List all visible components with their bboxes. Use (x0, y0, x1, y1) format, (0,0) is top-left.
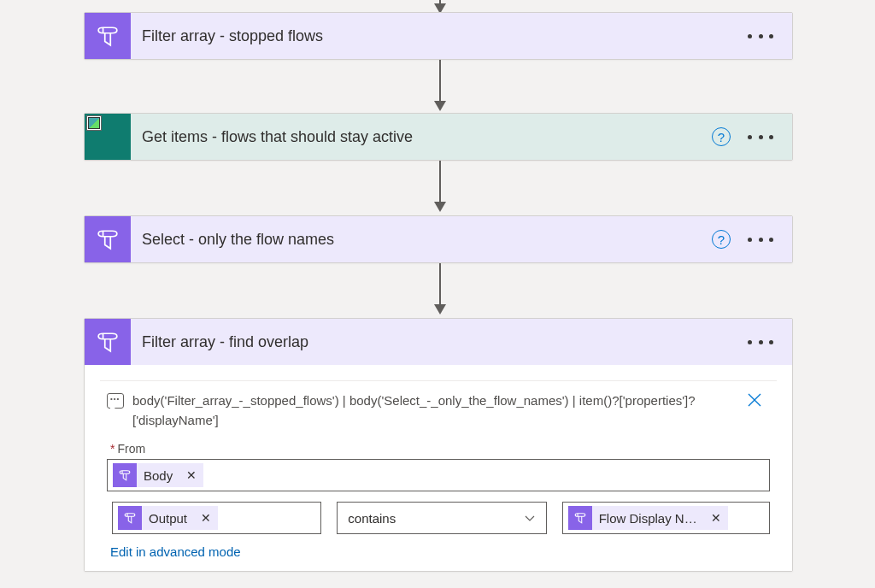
card-title: Filter array - find overlap (131, 333, 748, 351)
condition-right-input[interactable]: Flow Display N… ✕ (562, 502, 770, 534)
filter-icon (85, 216, 131, 262)
operator-select[interactable]: contains (337, 502, 546, 534)
close-icon[interactable] (746, 391, 770, 412)
expression-peek: body('Filter_array_-_stopped_flows') | b… (100, 380, 777, 442)
edit-advanced-mode-link[interactable]: Edit in advanced mode (100, 544, 777, 559)
help-icon[interactable]: ? (712, 230, 731, 249)
more-menu[interactable] (748, 340, 773, 344)
chat-icon (107, 393, 124, 409)
connector-arrow (434, 161, 446, 212)
more-menu[interactable] (748, 135, 773, 139)
more-menu[interactable] (748, 34, 773, 38)
card-title: Filter array - stopped flows (131, 27, 748, 45)
token-body[interactable]: Body ✕ (113, 463, 203, 487)
condition-left-input[interactable]: Output ✕ (112, 502, 321, 534)
action-select-flow-names[interactable]: Select - only the flow names ? (84, 215, 793, 263)
operator-value: contains (348, 511, 396, 526)
sharepoint-icon (85, 114, 131, 160)
remove-token-icon[interactable]: ✕ (194, 511, 218, 525)
chevron-down-icon (524, 512, 536, 524)
action-get-items-active[interactable]: Get items - flows that should stay activ… (84, 113, 793, 161)
action-filter-find-overlap[interactable]: Filter array - find overlap body('Filter… (84, 318, 793, 572)
token-flow-display-name[interactable]: Flow Display N… ✕ (568, 506, 728, 530)
from-label: *From (100, 442, 777, 456)
card-title: Select - only the flow names (131, 231, 712, 249)
more-menu[interactable] (748, 238, 773, 242)
connector-arrow (434, 263, 446, 315)
from-input[interactable]: Body ✕ (107, 459, 770, 491)
expression-text: body('Filter_array_-_stopped_flows') | b… (132, 391, 737, 430)
filter-icon (85, 319, 131, 365)
card-title: Get items - flows that should stay activ… (131, 128, 712, 146)
action-filter-stopped-flows[interactable]: Filter array - stopped flows (84, 12, 793, 60)
remove-token-icon[interactable]: ✕ (704, 511, 728, 525)
condition-row: Output ✕ contains Flow Display N… ✕ (112, 502, 770, 534)
remove-token-icon[interactable]: ✕ (179, 468, 203, 482)
help-icon[interactable]: ? (712, 127, 731, 146)
connector-arrow (434, 60, 446, 111)
token-output[interactable]: Output ✕ (118, 506, 218, 530)
filter-icon (85, 13, 131, 59)
